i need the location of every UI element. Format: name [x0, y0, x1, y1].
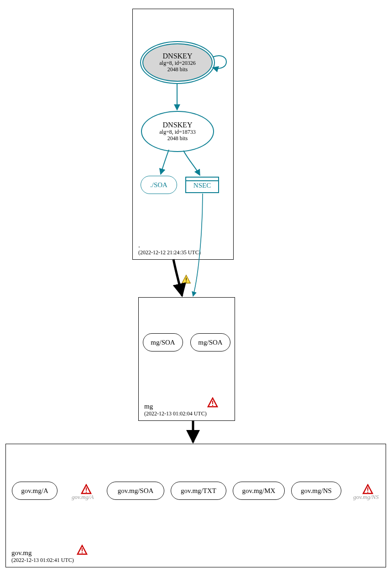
svg-rect-7: [86, 488, 87, 491]
svg-rect-11: [367, 492, 368, 493]
svg-rect-8: [86, 492, 87, 493]
warning-icon: [181, 274, 191, 284]
dnskey-zsk-alg: alg=8, id=18733: [159, 129, 196, 136]
zone-govmg-label: gov.mg (2022-12-13 01:02:41 UTC): [11, 549, 74, 563]
dnskey-zsk-bits: 2048 bits: [167, 136, 188, 142]
mg-soa-label-1: mg/SOA: [151, 339, 175, 346]
nsec-node: NSEC: [185, 177, 219, 193]
mg-soa-node-2: mg/SOA: [190, 333, 230, 351]
dnskey-zsk: DNSKEY alg=8, id=18733 2048 bits: [141, 111, 214, 152]
mg-soa-node-1: mg/SOA: [143, 333, 183, 351]
dnskey-ksk-alg: alg=8, id=20326: [159, 60, 196, 67]
zone-root-label: . (2022-12-12 21:24:35 UTC): [138, 241, 201, 256]
svg-rect-2: [186, 282, 187, 283]
govmg-a-label: gov.mg/A: [21, 487, 48, 495]
zone-govmg: gov.mg/A gov.mg/A gov.mg/SOA gov.mg/TXT …: [5, 444, 386, 567]
dnskey-ksk-bits: 2048 bits: [167, 67, 188, 73]
svg-rect-5: [212, 405, 213, 406]
govmg-txt-label: gov.mg/TXT: [181, 487, 216, 495]
govmg-soa-label: gov.mg/SOA: [118, 487, 154, 495]
dnskey-zsk-title: DNSKEY: [163, 121, 193, 129]
zone-mg-timestamp: (2022-12-13 01:02:04 UTC): [144, 410, 207, 417]
nsec-label: NSEC: [186, 181, 218, 189]
zone-govmg-timestamp: (2022-12-13 01:02:41 UTC): [11, 557, 74, 563]
govmg-mx-label: gov.mg/MX: [242, 487, 276, 495]
govmg-ns-label: gov.mg/NS: [301, 487, 332, 495]
root-soa-label: ./SOA: [150, 181, 167, 189]
mg-soa-label-2: mg/SOA: [198, 339, 222, 346]
svg-rect-1: [186, 278, 187, 280]
error-icon: [207, 397, 218, 408]
svg-rect-14: [82, 552, 83, 553]
zone-mg: mg/SOA mg/SOA mg (2022-12-13 01:02:04 UT…: [138, 297, 235, 421]
svg-rect-13: [82, 548, 83, 551]
zone-govmg-name: gov.mg: [11, 549, 74, 557]
zone-mg-name: mg: [144, 402, 207, 410]
govmg-ns-node: gov.mg/NS: [291, 482, 341, 500]
zone-mg-label: mg (2022-12-13 01:02:04 UTC): [144, 402, 207, 417]
zone-root-name: .: [138, 241, 201, 249]
dnskey-ksk-title: DNSKEY: [163, 52, 193, 60]
error-icon: [77, 545, 88, 556]
govmg-mx-node: gov.mg/MX: [233, 482, 285, 500]
error-icon: [362, 484, 373, 495]
svg-rect-10: [367, 488, 368, 491]
dnskey-ksk-outer: DNSKEY alg=8, id=20326 2048 bits: [140, 41, 215, 84]
error-icon: [81, 484, 92, 495]
zone-root: DNSKEY alg=8, id=20326 2048 bits DNSKEY …: [132, 9, 234, 260]
zone-root-timestamp: (2022-12-12 21:24:35 UTC): [138, 249, 201, 256]
root-soa-node: ./SOA: [141, 176, 177, 194]
nsec-top-stripe: [186, 178, 218, 181]
svg-rect-4: [212, 401, 213, 404]
govmg-txt-node: gov.mg/TXT: [171, 482, 226, 500]
govmg-soa-node: gov.mg/SOA: [107, 482, 164, 500]
govmg-a-node: gov.mg/A: [12, 482, 57, 500]
dnskey-ksk: DNSKEY alg=8, id=20326 2048 bits: [142, 43, 213, 82]
